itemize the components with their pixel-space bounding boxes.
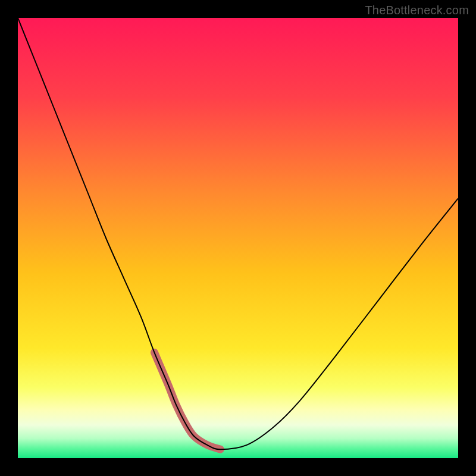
plot-area	[18, 18, 458, 458]
outer-frame: TheBottleneck.com	[0, 0, 476, 476]
bottleneck-curve	[18, 18, 458, 449]
curve-layer	[18, 18, 458, 458]
watermark-text: TheBottleneck.com	[365, 4, 469, 17]
highlight-segment	[154, 352, 220, 449]
